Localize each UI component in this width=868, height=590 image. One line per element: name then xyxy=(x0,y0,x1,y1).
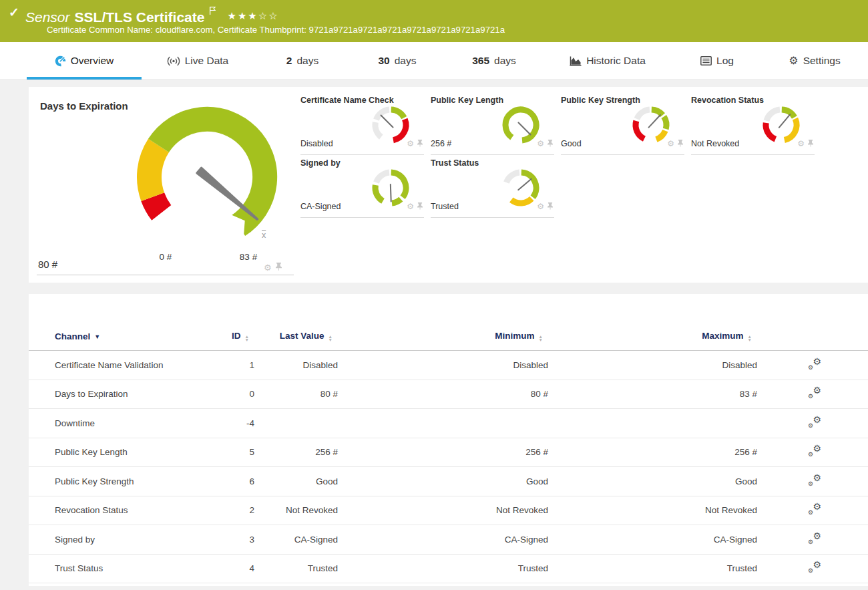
star[interactable]: ★ xyxy=(238,10,248,21)
gear-icon: ⚙ xyxy=(789,55,798,66)
star[interactable]: ★ xyxy=(227,10,237,21)
pin-icon[interactable] xyxy=(548,138,553,150)
pin-icon[interactable] xyxy=(417,138,423,150)
minimum-value: Trusted xyxy=(338,554,548,583)
last-value: CA-Signed xyxy=(254,525,338,555)
maximum-value: 256 # xyxy=(548,438,757,467)
column-header-id[interactable]: ID▲▼ xyxy=(229,331,254,351)
sort-icon: ▲▼ xyxy=(329,335,333,341)
last-value: 80 # xyxy=(254,380,338,409)
channel-id: 6 xyxy=(229,467,254,496)
mini-gauge-graphic xyxy=(369,105,412,148)
pin-icon[interactable] xyxy=(548,200,553,212)
maximum-value: Not Revoked xyxy=(548,496,757,525)
channel-row-downtime: Downtime-4⚙⚙ xyxy=(29,409,868,438)
tab-365-days[interactable]: 365days xyxy=(443,42,545,80)
minimum-value: Not Revoked xyxy=(338,496,548,525)
pin-icon[interactable] xyxy=(276,261,282,273)
table-header: Channel▼ID▲▼Last Value▲▼Minimum▲▼Maximum… xyxy=(29,331,868,351)
divider xyxy=(37,275,294,275)
tab-label: Historic Data xyxy=(586,55,646,67)
channels-panel: Channel▼ID▲▼Last Value▲▼Minimum▲▼Maximum… xyxy=(29,294,868,586)
main-gauge-min-label: 0 # xyxy=(149,252,182,262)
tab-label: Settings xyxy=(803,55,841,67)
tab-2-days[interactable]: 2days xyxy=(254,42,351,80)
live-icon xyxy=(167,56,180,66)
main-gauge-graphic xyxy=(93,104,320,277)
pin-icon[interactable] xyxy=(808,138,813,150)
channel-row-public-key-length: Public Key Length5256 #256 #256 #⚙⚙ xyxy=(29,438,868,467)
column-header-channel[interactable]: Channel▼ xyxy=(29,331,229,351)
channel-settings-gears-icon[interactable]: ⚙⚙ xyxy=(808,561,821,573)
channel-settings-gears-icon[interactable]: ⚙⚙ xyxy=(808,474,821,486)
gauge-value: Disabled xyxy=(300,139,333,148)
gauge-settings-icon[interactable]: ⚙ xyxy=(264,263,272,272)
tab-overview[interactable]: Overview xyxy=(27,42,142,80)
pin-icon[interactable] xyxy=(417,200,423,212)
channel-row-signed-by: Signed by3CA-SignedCA-SignedCA-Signed⚙⚙ xyxy=(29,525,868,555)
gauge-value: 256 # xyxy=(431,139,451,148)
tab-label: days xyxy=(494,55,516,67)
channel-actions: ⚙⚙ xyxy=(757,496,868,525)
sort-icon: ▲▼ xyxy=(748,335,752,341)
column-header-last-value[interactable]: Last Value▲▼ xyxy=(254,331,338,351)
star[interactable]: ★ xyxy=(248,10,258,21)
maximum-value: CA-Signed xyxy=(548,525,757,555)
log-icon xyxy=(700,56,712,65)
main-gauge-actions: ⚙ xyxy=(264,261,282,273)
channel-settings-gears-icon[interactable]: ⚙⚙ xyxy=(808,533,821,545)
gauge-value: Not Revoked xyxy=(691,139,739,148)
tab-bar: OverviewLive Data2days30days365daysHisto… xyxy=(0,42,868,80)
gauge-trust-status: Trust StatusTrusted⚙ xyxy=(431,158,554,218)
star[interactable]: ☆ xyxy=(268,10,278,21)
channel-row-certificate-name-validation: Certificate Name Validation1DisabledDisa… xyxy=(29,351,868,380)
flag-icon[interactable] xyxy=(209,3,216,19)
tab-label: days xyxy=(395,55,417,67)
channel-name: Trust Status xyxy=(29,554,229,583)
maximum-value: 83 # xyxy=(548,380,757,409)
minimum-value: CA-Signed xyxy=(338,525,548,555)
channel-id: 3 xyxy=(229,525,254,555)
column-header-maximum[interactable]: Maximum▲▼ xyxy=(548,331,757,351)
channel-settings-gears-icon[interactable]: ⚙⚙ xyxy=(808,416,821,428)
gauge-title: Public Key Strength xyxy=(561,96,640,105)
channel-actions: ⚙⚙ xyxy=(757,380,868,409)
last-value: Not Revoked xyxy=(254,496,338,525)
channel-actions: ⚙⚙ xyxy=(757,409,868,438)
sensor-name: SSL/TLS Certificate xyxy=(75,9,205,25)
last-value: Good xyxy=(254,467,338,496)
sort-icon: ▲▼ xyxy=(245,335,249,341)
channel-settings-gears-icon[interactable]: ⚙⚙ xyxy=(808,503,821,515)
mini-gauge-graphic xyxy=(499,105,542,148)
tab-historic-data[interactable]: Historic Data xyxy=(545,42,670,80)
tab-live-data[interactable]: Live Data xyxy=(142,42,254,80)
last-value: Disabled xyxy=(254,351,338,380)
star-rating: ★★★☆☆ xyxy=(227,10,278,22)
tab-log[interactable]: Log xyxy=(670,42,764,80)
gauge-title: Public Key Length xyxy=(431,96,503,105)
tab-settings[interactable]: ⚙Settings xyxy=(764,42,865,80)
main-gauge-days-to-expiration: Days to Expiration 0 # 83 # 80 # x ⚙ xyxy=(37,96,325,281)
maximum-value: Good xyxy=(548,467,757,496)
gauge-title: Trust Status xyxy=(431,158,479,168)
minimum-value xyxy=(338,409,548,438)
gauge-public-key-strength: Public Key StrengthGood⚙ xyxy=(561,96,684,155)
channel-name: Signed by xyxy=(29,525,229,555)
gauges-panel: Days to Expiration 0 # 83 # 80 # x ⚙ Cer… xyxy=(29,87,868,283)
column-header-minimum[interactable]: Minimum▲▼ xyxy=(338,331,548,351)
channel-settings-gears-icon[interactable]: ⚙⚙ xyxy=(808,387,821,399)
star[interactable]: ☆ xyxy=(258,10,268,21)
pin-icon[interactable] xyxy=(678,138,683,150)
tab-30-days[interactable]: 30days xyxy=(351,42,443,80)
channel-actions: ⚙⚙ xyxy=(757,438,868,467)
tab-label: Overview xyxy=(71,55,114,67)
last-value: Trusted xyxy=(254,554,338,583)
table-body: Certificate Name Validation1DisabledDisa… xyxy=(29,351,868,583)
column-header-actions xyxy=(757,331,868,351)
channel-actions: ⚙⚙ xyxy=(757,467,868,496)
maximum-value: Trusted xyxy=(548,554,757,583)
channel-settings-gears-icon[interactable]: ⚙⚙ xyxy=(808,358,821,370)
channel-id: 2 xyxy=(229,496,254,525)
tab-number: 30 xyxy=(379,55,390,67)
channel-settings-gears-icon[interactable]: ⚙⚙ xyxy=(808,445,821,457)
